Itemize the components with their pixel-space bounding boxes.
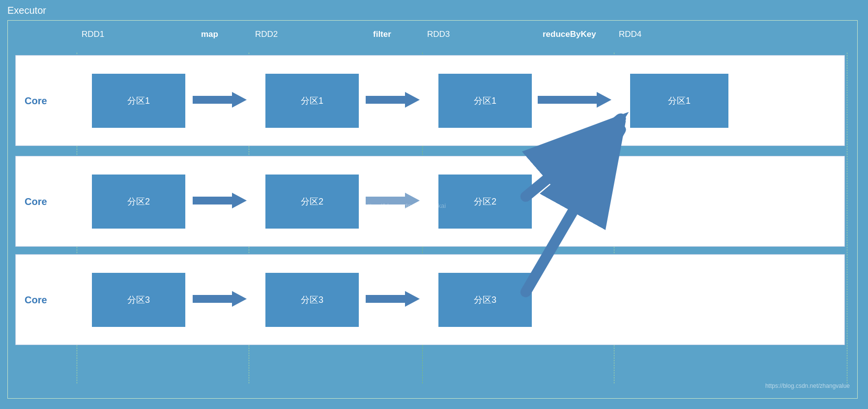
core1-arrow1 [193,90,247,112]
core-row-1: Core 分区1 分区1 [15,55,845,146]
core1-partition2: 分区1 [265,74,359,128]
col-reducebykey-label: reduceByKey [543,29,596,39]
svg-marker-0 [193,92,247,108]
core3-partition3: 分区3 [438,273,532,327]
core3-partition2: 分区3 [265,273,359,327]
headers-row: RDD1 map RDD2 filter RDD3 reduceByKey RD… [8,29,857,49]
core2-arrow1 [193,191,247,212]
main-container: Executor RDD1 map RDD2 filter RDD3 reduc… [0,0,868,409]
core1-arrow2 [366,90,420,112]
core1-partition4: 分区1 [630,74,728,128]
svg-marker-5 [193,291,247,307]
col-filter-label: filter [373,29,391,39]
core3-arrow1 [193,289,247,311]
core3-label: Core [25,294,47,305]
core1-partition3: 分区1 [438,74,532,128]
svg-marker-4 [366,193,420,208]
core2-label: Core [25,196,47,207]
core1-label: Core [25,95,47,106]
svg-marker-6 [366,291,420,307]
svg-marker-2 [538,92,611,108]
core3-arrow2 [366,289,420,311]
svg-marker-1 [366,92,420,108]
svg-marker-3 [193,193,247,208]
core-row-3: Core 分区3 分区3 [15,254,845,345]
watermark-bottom: https://blog.csdn.net/zhangvalue [765,382,850,389]
col-rdd3-label: RDD3 [427,29,450,39]
sep-right [847,53,847,383]
executor-box: RDD1 map RDD2 filter RDD3 reduceByKey RD… [7,20,858,399]
core2-partition2: 分区2 [265,175,359,229]
core2-arrow2 [366,191,420,212]
core1-arrow3 [538,90,611,112]
core-row-2: Core 分区2 分区2 [15,156,845,247]
core2-partition3: 分区2 [438,175,532,229]
core3-partition1: 分区3 [92,273,185,327]
col-rdd2-label: RDD2 [255,29,278,39]
core1-partition1: 分区1 [92,74,185,128]
col-rdd1-label: RDD1 [82,29,104,39]
core2-partition1: 分区2 [92,175,185,229]
executor-label: Executor [7,5,861,16]
col-rdd4-label: RDD4 [619,29,641,39]
col-map-label: map [201,29,218,39]
